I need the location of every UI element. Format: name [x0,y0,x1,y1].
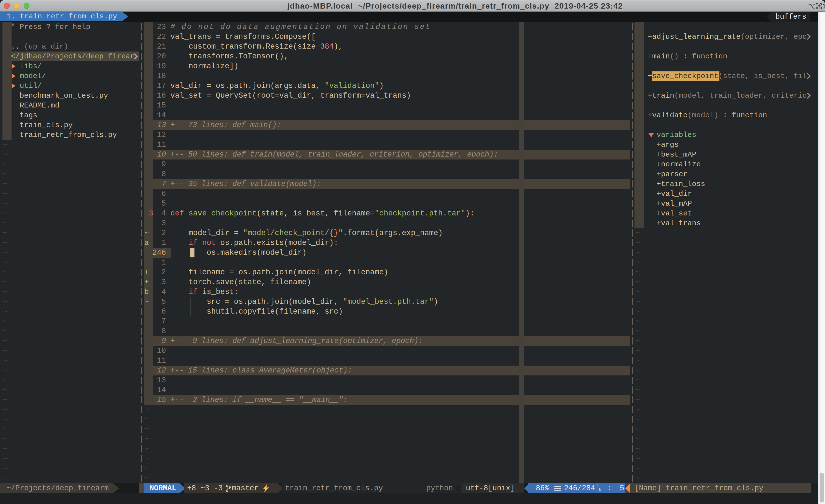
svg-text:1: 1 [822,3,825,9]
